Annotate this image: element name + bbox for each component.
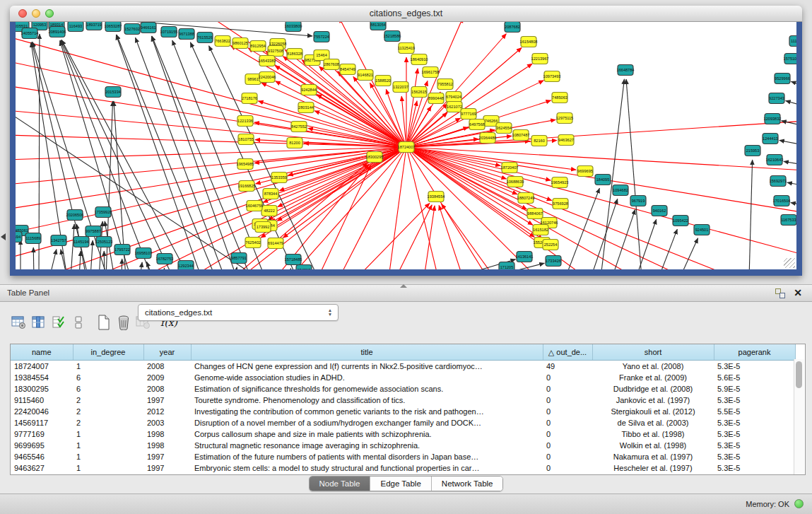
graph-node[interactable]: 16958107 (135, 248, 153, 259)
tab-network-table[interactable]: Network Table (432, 477, 503, 491)
graph-node[interactable]: 12213967 (531, 54, 549, 64)
rows-icon[interactable] (70, 314, 87, 331)
graph-node[interactable]: 10807487 (512, 130, 530, 141)
graph-node[interactable]: 7955812 (437, 79, 453, 90)
splitter-handle-icon[interactable] (400, 284, 407, 288)
graph-node[interactable]: 2087682 (505, 22, 520, 33)
graph-node[interactable]: 1095422 (673, 216, 688, 226)
graph-node[interactable]: 8427552 (291, 122, 307, 132)
graph-node[interactable]: 14055714 (21, 28, 39, 39)
table-row[interactable]: 1938455462009Genome-wide association stu… (11, 372, 795, 383)
graph-node[interactable]: 2867608 (324, 59, 339, 70)
graph-node[interactable]: 7557224 (314, 32, 329, 42)
graph-node[interactable]: 17359928 (95, 207, 112, 218)
graph-node[interactable]: 48222 (261, 206, 277, 216)
graph-node[interactable]: 8186328 (287, 49, 302, 59)
graph-node[interactable]: 18807249 (517, 193, 535, 204)
column-header-in_degree[interactable]: in_degree (73, 344, 143, 361)
table-row[interactable]: 1456911722003Disruption of a novel membe… (11, 417, 795, 428)
graph-node[interactable]: 391594 (16, 232, 22, 243)
graph-node[interactable]: 924501 (694, 225, 710, 235)
graph-node[interactable]: 16046756 (246, 201, 264, 211)
graph-node[interactable]: 9671388 (179, 29, 194, 40)
window-resize-grip[interactable] (784, 258, 795, 268)
graph-node[interactable]: 9529966 (775, 74, 790, 84)
graph-node[interactable]: 20206506 (66, 210, 84, 221)
graph-node[interactable]: 7615526 (197, 33, 213, 43)
table-row[interactable]: 977716911998Corpus callosum shape and si… (11, 428, 795, 440)
graph-node[interactable]: 1621072 (447, 102, 462, 112)
graph-node[interactable]: 1342757 (51, 235, 66, 246)
close-icon[interactable]: ✕ (794, 287, 802, 299)
graph-node[interactable]: 2803144 (298, 103, 314, 113)
graph-node[interactable]: 9242844 (301, 85, 317, 95)
graph-node[interactable]: 8813054 (370, 22, 386, 30)
table-row[interactable]: 1872400712008Changes of HCN gene express… (11, 361, 795, 373)
graph-node[interactable]: 20364486 (479, 133, 497, 144)
graph-node[interactable]: 19654985 (237, 159, 254, 170)
graph-node[interactable]: 2718176 (242, 93, 257, 104)
graph-node[interactable]: 12975115 (556, 113, 573, 124)
graph-node[interactable]: 1322037 (393, 82, 408, 93)
graph-node[interactable]: 8912954 (250, 41, 266, 52)
graph-node[interactable]: 9884067 (527, 209, 543, 219)
select-columns-icon[interactable] (30, 314, 47, 331)
graph-node[interactable]: 1733426 (546, 256, 561, 267)
delete-table-icon[interactable] (115, 314, 132, 331)
graph-node[interactable]: 16782753 (156, 254, 174, 264)
graph-node[interactable]: 16154808 (520, 37, 538, 47)
graph-node[interactable]: 1810755 (238, 134, 254, 145)
graph-node[interactable]: 82160 (531, 136, 547, 146)
vertical-scrollbar[interactable] (794, 359, 804, 475)
graph-node[interactable]: 940162 (652, 206, 667, 216)
column-header-short[interactable]: short (592, 344, 714, 361)
graph-node[interactable]: 10973493 (543, 71, 561, 82)
graph-node[interactable]: 10688639 (507, 177, 524, 187)
graph-node[interactable]: 12505123 (95, 237, 113, 247)
graph-node[interactable]: 22420046 (259, 72, 276, 83)
graph-node[interactable]: 9699695 (577, 166, 593, 177)
graph-node[interactable]: 11325419 (398, 43, 415, 54)
graph-node[interactable]: 7625402 (245, 238, 261, 248)
graph-node[interactable]: 116493 (68, 22, 83, 32)
graph-node[interactable]: 8990448 (428, 93, 444, 104)
scrollbar-thumb[interactable] (796, 361, 802, 388)
graph-node[interactable]: 7485063 (552, 93, 567, 103)
graph-node[interactable]: 1292344 (178, 261, 194, 270)
graph-node[interactable]: 1588520 (375, 76, 391, 86)
float-window-icon[interactable] (775, 288, 785, 298)
table-row[interactable]: 911546021997Tourette syndrome. Phenomeno… (11, 395, 795, 406)
graph-node[interactable]: 9857791 (231, 253, 247, 264)
graph-node[interactable]: 15692971 (770, 176, 787, 187)
graph-node[interactable]: 6794024 (446, 92, 461, 103)
graph-node[interactable]: 14136141 (516, 252, 534, 262)
graph-node[interactable]: 6497568 (469, 119, 485, 130)
tab-edge-table[interactable]: Edge Table (370, 477, 431, 491)
graph-node[interactable]: 1353359 (271, 173, 287, 183)
column-checks-icon[interactable] (50, 314, 67, 331)
control-panel-collapse-arrow[interactable] (1, 233, 6, 240)
graph-node[interactable]: 15751074 (784, 54, 796, 64)
graph-node[interactable]: 9466161 (141, 23, 156, 33)
graph-node[interactable]: 16210643 (766, 155, 784, 165)
graph-node[interactable]: 9777169 (461, 109, 476, 119)
graph-node[interactable]: 1795722 (114, 245, 130, 255)
graph-node[interactable]: 16033809 (285, 22, 302, 32)
graph-node[interactable]: 184095 (595, 175, 611, 185)
graph-node[interactable]: 215953 (745, 146, 760, 156)
column-header-name[interactable]: name (11, 344, 73, 361)
graph-node[interactable]: 10719155 (160, 27, 178, 37)
graph-node[interactable]: 1145194 (73, 237, 89, 247)
graph-node[interactable]: 9146821 (358, 70, 373, 81)
graph-node[interactable]: 171205 (499, 262, 514, 270)
tab-node-table[interactable]: Node Table (310, 477, 371, 491)
graph-node[interactable]: 1244413 (763, 134, 778, 144)
graph-node[interactable]: 9327508 (268, 46, 283, 57)
table-row[interactable]: 1830029562008Estimation of significance … (11, 383, 795, 395)
graph-node[interactable]: 20891406 (49, 27, 66, 37)
graph-node[interactable]: 1167533 (781, 215, 796, 226)
graph-node[interactable]: 1562615 (411, 87, 427, 98)
graph-node[interactable]: 17016504 (773, 196, 791, 206)
graph-node[interactable]: 9463627 (558, 135, 574, 146)
graph-node[interactable]: 6914479 (268, 238, 283, 249)
